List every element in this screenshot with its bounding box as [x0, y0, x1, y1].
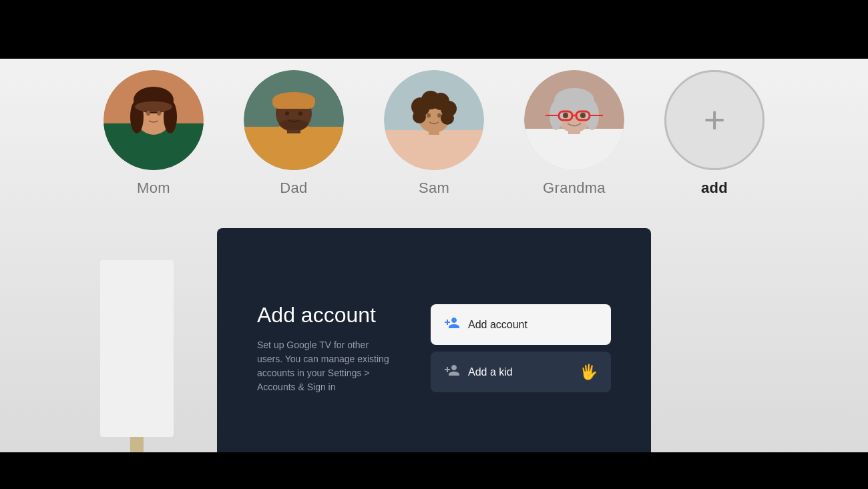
- avatar-item-add[interactable]: + add: [664, 70, 765, 197]
- tv-screen: Add account Set up Google TV for other u…: [217, 228, 651, 468]
- avatar-item-grandma[interactable]: Grandma: [524, 70, 624, 197]
- left-side-panel: [100, 260, 174, 437]
- plus-icon: +: [704, 101, 726, 139]
- add-avatar-circle[interactable]: +: [664, 70, 765, 170]
- tv-add-account-title: Add account: [257, 303, 397, 328]
- avatar-sam[interactable]: [384, 70, 484, 170]
- person-add-icon-primary: [444, 315, 460, 334]
- add-kid-label: Add a kid: [468, 366, 513, 378]
- avatar-mom[interactable]: [103, 70, 204, 170]
- tv-description: Set up Google TV for other users. You ca…: [257, 338, 391, 394]
- avatar-label-mom: Mom: [137, 179, 170, 197]
- avatar-item-dad[interactable]: Dad: [244, 70, 344, 197]
- add-account-label: Add account: [468, 319, 527, 331]
- avatar-item-sam[interactable]: Sam: [384, 70, 484, 197]
- svg-point-29: [413, 110, 426, 123]
- svg-point-17: [298, 111, 302, 115]
- avatar-item-mom[interactable]: Mom: [103, 70, 204, 197]
- svg-point-18: [279, 119, 308, 130]
- svg-rect-15: [272, 97, 315, 109]
- avatar-label-dad: Dad: [280, 179, 307, 197]
- tv-content: Add account Set up Google TV for other u…: [257, 303, 611, 394]
- top-black-bar: [0, 0, 868, 59]
- svg-point-31: [437, 113, 441, 118]
- tv-buttons-panel: Add account Add a kid 🖐: [431, 304, 611, 392]
- bottom-black-bar: [0, 452, 868, 489]
- svg-point-16: [285, 111, 289, 115]
- svg-point-8: [135, 101, 172, 112]
- avatars-section: Mom: [0, 70, 868, 197]
- svg-point-28: [441, 111, 454, 125]
- avatar-label-sam: Sam: [419, 179, 449, 197]
- add-account-button[interactable]: Add account: [431, 304, 611, 345]
- person-add-icon-secondary: [444, 362, 460, 382]
- add-kid-button[interactable]: Add a kid 🖐: [431, 352, 611, 392]
- tv-left-panel: Add account Set up Google TV for other u…: [257, 303, 397, 394]
- avatar-dad[interactable]: [244, 70, 344, 170]
- avatar-label-add: add: [701, 179, 728, 197]
- cursor-hand-icon: 🖐: [580, 364, 598, 381]
- svg-point-46: [580, 113, 586, 118]
- svg-point-30: [427, 113, 431, 118]
- avatar-label-grandma: Grandma: [543, 179, 606, 197]
- svg-point-45: [563, 113, 568, 118]
- avatar-grandma[interactable]: [524, 70, 624, 170]
